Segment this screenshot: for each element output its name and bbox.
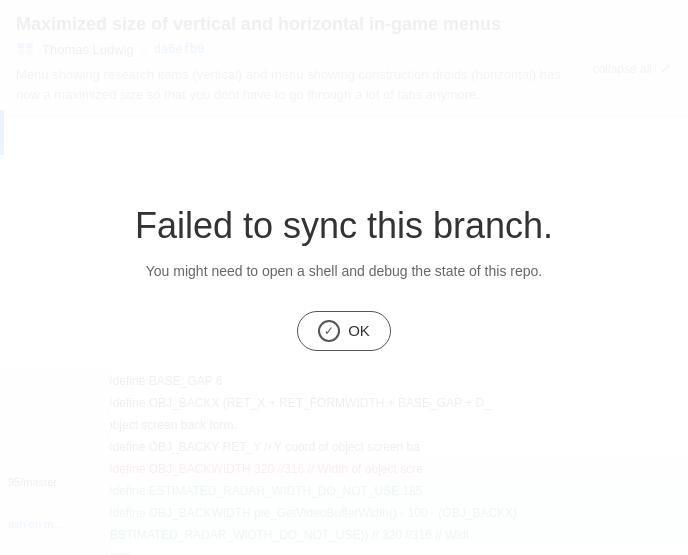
error-description: You might need to open a shell and debug…	[135, 263, 553, 279]
ok-button[interactable]: ✓ OK	[297, 311, 391, 351]
modal-content: Failed to sync this branch. You might ne…	[115, 185, 573, 371]
modal-overlay: Failed to sync this branch. You might ne…	[0, 0, 688, 555]
check-circle-icon: ✓	[318, 320, 340, 342]
error-title: Failed to sync this branch.	[135, 205, 553, 247]
ok-label: OK	[348, 322, 370, 339]
checkmark-icon: ✓	[324, 325, 334, 337]
